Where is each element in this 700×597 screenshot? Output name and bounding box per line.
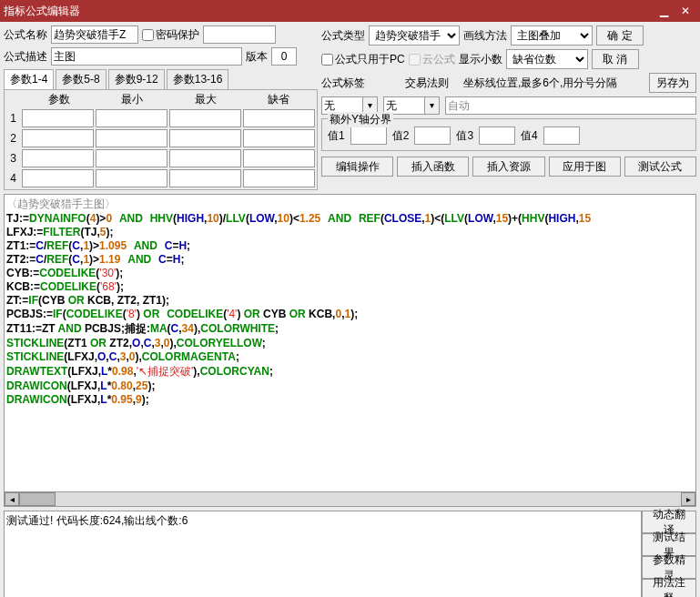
- cloud-formula-box: [409, 54, 421, 66]
- hdr-default: 缺省: [242, 92, 315, 107]
- param3-max[interactable]: [169, 149, 241, 167]
- param2-max[interactable]: [169, 129, 241, 147]
- val1-input[interactable]: [350, 126, 387, 145]
- label-val4: 值4: [521, 128, 538, 144]
- param3-def[interactable]: [243, 149, 315, 167]
- scroll-right-icon[interactable]: ▸: [681, 492, 695, 506]
- tool-row: 编辑操作 插入函数 插入资源 应用于图 测试公式: [321, 157, 696, 177]
- param3-min[interactable]: [96, 149, 167, 167]
- password-input[interactable]: [203, 25, 276, 44]
- param2-min[interactable]: [96, 129, 167, 147]
- param-row-3: 3: [6, 149, 315, 167]
- pc-only-box[interactable]: [321, 54, 333, 66]
- cloud-formula-label: 云公式: [422, 52, 455, 67]
- label-formula-type: 公式类型: [321, 28, 365, 44]
- param3-name[interactable]: [22, 149, 94, 167]
- horizontal-scrollbar[interactable]: ◂ ▸: [4, 492, 696, 507]
- form-area: 公式名称 密码保护 公式描述 版本 参数1-4 参数5-8 参数9-12 参数1…: [0, 22, 700, 194]
- label-draw-method: 画线方法: [463, 28, 507, 44]
- scroll-track[interactable]: [56, 492, 681, 506]
- close-icon[interactable]: ✕: [675, 5, 696, 17]
- bottom-panel: 测试通过! 代码长度:624,输出线个数:6 动态翻译 测试结果 参数精灵 用法…: [4, 511, 696, 597]
- show-decimal-select[interactable]: 缺省位数: [506, 49, 588, 69]
- right-form: 公式类型 趋势突破猎手 画线方法 主图叠加 确 定 公式只用于PC 云公式 显示…: [321, 25, 696, 190]
- ok-button[interactable]: 确 定: [596, 25, 644, 46]
- tab-params-5-8[interactable]: 参数5-8: [56, 69, 106, 89]
- label-formula-desc: 公式描述: [4, 49, 47, 65]
- test-formula-button[interactable]: 测试公式: [624, 157, 696, 177]
- label-coord-hint: 坐标线位置,最多6个,用分号分隔: [463, 76, 617, 91]
- window-title: 指标公式编辑器: [4, 4, 653, 19]
- val3-input[interactable]: [479, 126, 515, 145]
- apply-chart-button[interactable]: 应用于图: [549, 157, 621, 177]
- label-formula-tag: 公式标签: [321, 76, 365, 91]
- left-form: 公式名称 密码保护 公式描述 版本 参数1-4 参数5-8 参数9-12 参数1…: [4, 25, 318, 190]
- param-tabs: 参数1-4 参数5-8 参数9-12 参数13-16: [4, 69, 318, 90]
- label-show-decimal: 显示小数: [459, 52, 502, 67]
- label-trade-rule: 交易法则: [405, 76, 449, 91]
- tab-params-9-12[interactable]: 参数9-12: [108, 69, 165, 89]
- hdr-max: 最大: [169, 92, 242, 107]
- edit-op-button[interactable]: 编辑操作: [321, 157, 393, 177]
- param-row-1: 1: [6, 109, 315, 127]
- hdr-min: 最小: [96, 92, 168, 107]
- param4-name[interactable]: [22, 169, 94, 187]
- dropdown-arrow-icon[interactable]: ▾: [425, 96, 440, 115]
- cancel-button[interactable]: 取 消: [592, 49, 639, 69]
- password-protect-checkbox[interactable]: 密码保护: [142, 27, 199, 43]
- label-formula-name: 公式名称: [4, 27, 47, 43]
- label-val1: 值1: [328, 128, 345, 144]
- scroll-thumb[interactable]: [19, 492, 56, 506]
- pc-only-label: 公式只用于PC: [335, 52, 405, 67]
- code-editor[interactable]: 〈趋势突破猎手主图〉 TJ:=DYNAINFO(4)>0 AND HHV(HIG…: [4, 194, 696, 492]
- label-val3: 值3: [456, 128, 473, 144]
- param1-min[interactable]: [96, 109, 167, 127]
- extra-yaxis-legend: 额外Y轴分界: [328, 112, 393, 127]
- param-grid: 参数 最小 最大 缺省 1 2 3 4: [4, 90, 318, 190]
- formula-name-input[interactable]: [51, 25, 138, 44]
- password-protect-label: 密码保护: [156, 27, 199, 43]
- insert-fn-button[interactable]: 插入函数: [397, 157, 469, 177]
- val4-input[interactable]: [543, 126, 580, 145]
- param4-max[interactable]: [169, 169, 241, 187]
- param4-def[interactable]: [243, 169, 315, 187]
- coord-input[interactable]: [445, 96, 696, 115]
- save-as-button[interactable]: 另存为: [649, 73, 696, 93]
- label-version: 版本: [246, 49, 268, 65]
- param-row-2: 2: [6, 129, 315, 147]
- formula-type-select[interactable]: 趋势突破猎手: [369, 25, 460, 46]
- draw-method-select[interactable]: 主图叠加: [511, 25, 593, 46]
- status-message: 测试通过! 代码长度:624,输出线个数:6: [4, 511, 642, 597]
- param2-def[interactable]: [243, 129, 315, 147]
- code-title: 〈趋势突破猎手主图〉: [6, 197, 116, 210]
- insert-res-button[interactable]: 插入资源: [472, 157, 544, 177]
- param1-def[interactable]: [243, 109, 315, 127]
- param4-min[interactable]: [96, 169, 167, 187]
- val2-input[interactable]: [414, 126, 451, 145]
- param1-max[interactable]: [169, 109, 241, 127]
- scroll-left-icon[interactable]: ◂: [5, 492, 19, 506]
- tab-params-1-4[interactable]: 参数1-4: [4, 69, 54, 89]
- param2-name[interactable]: [22, 129, 94, 147]
- hdr-param: 参数: [23, 92, 96, 107]
- minimize-icon[interactable]: ▁: [653, 5, 675, 17]
- usage-note-button[interactable]: 用法注释: [642, 579, 696, 597]
- cloud-formula-checkbox: 云公式: [409, 52, 455, 67]
- titlebar: 指标公式编辑器 ▁ ✕: [0, 0, 700, 22]
- password-protect-box[interactable]: [142, 29, 154, 41]
- param-row-4: 4: [6, 169, 315, 187]
- extra-yaxis-group: 额外Y轴分界 值1 值2 值3 值4: [321, 118, 696, 151]
- param-header: 参数 最小 最大 缺省: [6, 92, 315, 107]
- side-buttons: 动态翻译 测试结果 参数精灵 用法注释: [642, 511, 696, 597]
- tab-params-13-16[interactable]: 参数13-16: [167, 69, 229, 89]
- version-input[interactable]: [271, 47, 297, 66]
- pc-only-checkbox[interactable]: 公式只用于PC: [321, 52, 405, 67]
- param1-name[interactable]: [22, 109, 94, 127]
- label-val2: 值2: [392, 128, 410, 144]
- formula-desc-input[interactable]: [51, 47, 242, 66]
